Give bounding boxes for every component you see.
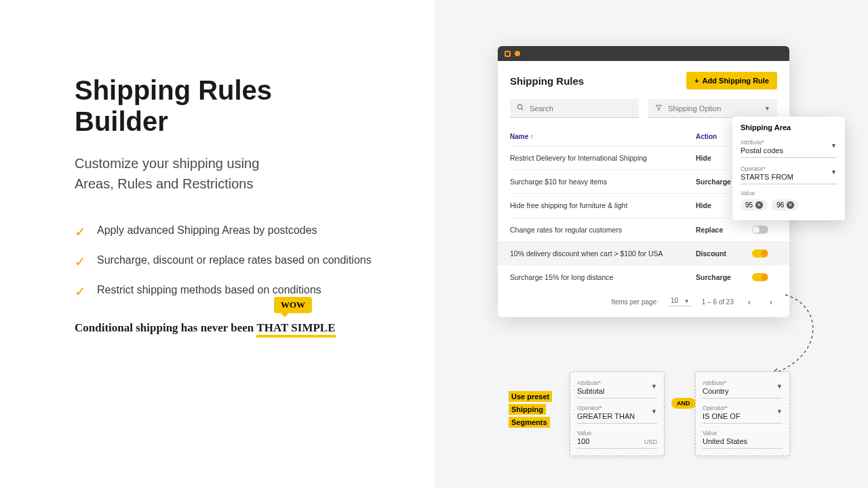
rule-name: Hide free shipping for furniture & light: [510, 201, 696, 210]
search-icon: [517, 104, 524, 113]
table-row[interactable]: 10% delivery discount when cart > $100 f…: [498, 241, 789, 265]
operator-select[interactable]: Operator* GREATER THAN ▼: [577, 403, 657, 424]
feature-text: Restrict shipping methods based on condi…: [97, 282, 321, 298]
search-input[interactable]: Search: [510, 99, 639, 118]
hero-title-line2: Builder: [75, 106, 168, 136]
window-titlebar: [498, 46, 789, 61]
rule-name: Restrict Delievery for International Shi…: [510, 153, 696, 163]
chevron-down-icon: ▼: [776, 383, 783, 390]
rule-name: Change rates for regular customers: [510, 225, 696, 235]
shipping-option-filter[interactable]: Shipping Option ▼: [648, 99, 777, 118]
check-icon: ✓: [75, 253, 86, 270]
preset-label: Use preset Shipping Segments: [509, 390, 552, 428]
chip-remove-icon[interactable]: ✕: [787, 201, 794, 209]
wow-badge: WOW: [274, 297, 312, 313]
pagination: Items per page: 10 ▼ 1 – 6 of 23 ‹ ›: [510, 289, 777, 310]
attribute-select[interactable]: Attribute* Country ▼: [703, 378, 783, 399]
hero-title: Shipping Rules Builder: [75, 75, 393, 137]
table-row[interactable]: Change rates for regular customersReplac…: [510, 218, 777, 241]
hero-title-line1: Shipping Rules: [75, 75, 272, 105]
segment-card: Attribute* Subtotal ▼ Operator* GREATER …: [570, 371, 665, 456]
preview-panel: Shipping Rules + Add Shipping Rule Searc…: [434, 0, 868, 488]
value-input[interactable]: Value 100 USD: [577, 428, 657, 449]
chip: 95✕: [741, 199, 768, 211]
hero-panel: Shipping Rules Builder Customize your sh…: [0, 0, 434, 488]
add-shipping-rule-button[interactable]: + Add Shipping Rule: [686, 72, 777, 89]
value-input[interactable]: Value United States: [703, 428, 783, 449]
page-range: 1 – 6 of 23: [702, 298, 734, 306]
svg-point-0: [517, 104, 521, 108]
feature-item: ✓ Restrict shipping methods based on con…: [75, 282, 393, 300]
operator-select[interactable]: Operator* IS ONE OF ▼: [703, 403, 783, 424]
value-field[interactable]: Value 95✕ 96✕: [741, 190, 837, 211]
popup-title: Shipping Area: [741, 123, 837, 131]
feature-text: Apply advanced Shipping Areas by postcod…: [97, 222, 317, 239]
connector-arrow: [751, 291, 833, 380]
status-toggle[interactable]: [752, 226, 768, 234]
table-row[interactable]: Surcharge 15% for long distanceSurcharge: [510, 265, 777, 289]
plus-icon: +: [694, 77, 698, 85]
operator-select[interactable]: Operator* STARTS FROM ▼: [741, 163, 837, 184]
tagline: WOW Conditional shipping has never been …: [75, 321, 393, 335]
chevron-down-icon: ▼: [831, 169, 837, 176]
rule-action: Replace: [696, 226, 743, 234]
check-icon: ✓: [75, 283, 86, 300]
feature-text: Surcharge, discount or replace rates bas…: [97, 252, 372, 268]
segment-card: Attribute* Country ▼ Operator* IS ONE OF…: [695, 371, 790, 456]
chip: 96✕: [772, 199, 799, 211]
rule-action: Discount: [696, 249, 743, 258]
filter-icon: [655, 104, 663, 113]
rule-name: 10% delivery discount when cart > $100 f…: [510, 249, 696, 258]
items-per-page-label: Items per page:: [611, 298, 658, 306]
window-control-icon: [505, 51, 511, 57]
status-toggle[interactable]: [752, 249, 768, 258]
status-toggle[interactable]: [752, 273, 768, 281]
hero-subtitle: Customize your shipping using Areas, Rul…: [75, 153, 393, 194]
rule-name: Surcharge 15% for long distance: [510, 272, 696, 282]
chevron-down-icon: ▼: [764, 105, 770, 112]
attribute-select[interactable]: Attribute* Postal codes ▼: [741, 137, 837, 158]
shipping-area-popup: Shipping Area Attribute* Postal codes ▼ …: [732, 117, 845, 220]
items-per-page-select[interactable]: 10 ▼: [668, 297, 692, 306]
rule-name: Surcharge $10 for heavy items: [510, 177, 696, 186]
chevron-down-icon: ▼: [651, 383, 657, 390]
window-control-icon: [515, 51, 520, 56]
page-title: Shipping Rules: [510, 75, 584, 87]
svg-line-1: [521, 108, 523, 110]
chevron-down-icon: ▼: [684, 298, 690, 304]
chip-remove-icon[interactable]: ✕: [755, 201, 763, 209]
column-name[interactable]: Name ↑: [510, 133, 696, 140]
chevron-down-icon: ▼: [831, 142, 837, 149]
sort-asc-icon: ↑: [530, 133, 534, 140]
check-icon: ✓: [75, 224, 86, 240]
rule-action: Surcharge: [696, 273, 743, 281]
attribute-select[interactable]: Attribute* Subtotal ▼: [577, 378, 657, 399]
chevron-down-icon: ▼: [776, 408, 783, 415]
and-operator-badge: AND: [671, 398, 696, 409]
chevron-down-icon: ▼: [651, 408, 657, 415]
feature-item: ✓ Apply advanced Shipping Areas by postc…: [75, 222, 393, 240]
feature-item: ✓ Surcharge, discount or replace rates b…: [75, 252, 393, 270]
